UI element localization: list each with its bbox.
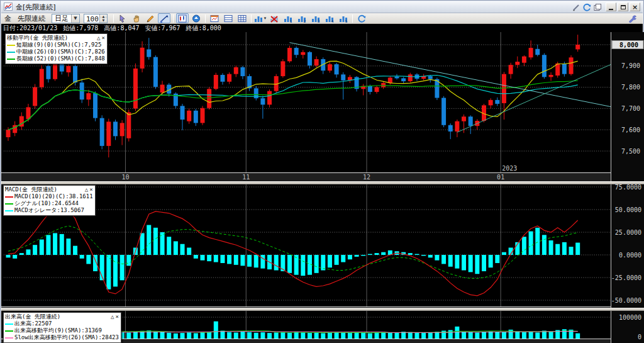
- macd-bar: [40, 240, 44, 255]
- candle-body: [240, 67, 245, 76]
- macd-bar: [361, 255, 365, 256]
- axis-tick-label: 100000: [619, 314, 641, 321]
- candle-body: [187, 111, 191, 121]
- new-chart-pane-icon: [210, 14, 219, 23]
- stepper-down-icon[interactable]: ▼: [100, 18, 107, 23]
- volume-bar: [200, 332, 204, 339]
- contract-label: 先限連続: [18, 14, 45, 23]
- legend-item-label: 長期線(52)(0)(SMA)(C):7,848: [16, 55, 105, 62]
- delete-indicator-button[interactable]: [268, 13, 280, 23]
- layout-1-icon: 1: [284, 14, 292, 23]
- annotate-icon[interactable]: [572, 3, 580, 11]
- volume-bar: [462, 332, 466, 339]
- bars-count-stepper[interactable]: 100 ▲▼: [84, 14, 108, 23]
- candle-body: [328, 64, 332, 70]
- duplicate-window-icon[interactable]: [593, 3, 602, 11]
- volume-bar: [549, 332, 553, 339]
- macd-bar: [575, 243, 580, 255]
- volume-bar: [247, 332, 252, 339]
- macd-bar: [335, 255, 339, 265]
- draw-pencil-icon: [146, 14, 155, 23]
- candle-body: [140, 48, 145, 69]
- timeframe-select[interactable]: 日足 ▼: [52, 14, 80, 23]
- collapse-triangle-icon[interactable]: △: [111, 313, 114, 320]
- macd-bar: [13, 255, 17, 259]
- stepper-arrows[interactable]: ▲▼: [99, 14, 107, 23]
- refresh-data-button[interactable]: [355, 13, 368, 23]
- legend-item-label: 短期線(9)(0)(SMA)(C):7,925: [16, 42, 101, 48]
- macd-bar: [529, 232, 533, 255]
- axis-tick-label: 7,600: [621, 127, 640, 133]
- scroll-to-latest-button[interactable]: [190, 13, 203, 23]
- chevron-down-icon[interactable]: ▼: [71, 14, 79, 23]
- candle-body: [33, 87, 37, 106]
- volume-bar: [240, 332, 245, 339]
- macd-bar: [469, 255, 473, 272]
- candle-body: [542, 55, 547, 77]
- axis-tick-label: -25.0000: [611, 274, 641, 281]
- candle-chart-mode-button[interactable]: [176, 13, 189, 23]
- macd-bar: [187, 247, 191, 255]
- layout-5-icon: 5: [339, 14, 348, 23]
- volume-bar: [355, 332, 359, 339]
- close-x-icon[interactable]: ×: [89, 186, 92, 193]
- candle-body: [6, 130, 11, 137]
- reload-window-icon[interactable]: [582, 3, 591, 11]
- close-x-icon[interactable]: ×: [101, 35, 104, 42]
- toolbar-separator: [173, 14, 174, 23]
- layout-4-button[interactable]: 4: [323, 13, 336, 23]
- grid-cells-button[interactable]: [236, 13, 248, 23]
- volume-bar: [160, 332, 165, 339]
- macd-bar: [495, 255, 499, 263]
- macd-legend: MACD(金 先限連続)△×MACD(10)(20)(C):38.1611シグナ…: [3, 185, 96, 216]
- legend-swatch-icon: [7, 59, 15, 60]
- macd-bar: [428, 255, 433, 257]
- layout-3-button[interactable]: 3: [309, 13, 322, 23]
- minimize-button[interactable]: [606, 3, 616, 11]
- hand-tool-button[interactable]: [130, 13, 143, 23]
- trendline-tool-button[interactable]: [158, 13, 170, 23]
- legend-swatch-icon: [5, 196, 13, 198]
- candle-body: [160, 85, 165, 93]
- macd-bar: [200, 255, 204, 261]
- layout-5-button[interactable]: 5: [337, 13, 350, 23]
- layout-2-button[interactable]: 2: [296, 13, 308, 23]
- layout-4-icon: 4: [325, 14, 334, 23]
- close-button[interactable]: ×: [630, 3, 640, 11]
- maximize-button[interactable]: [618, 3, 628, 11]
- candle-body: [562, 64, 567, 74]
- volume-bar: [194, 333, 198, 339]
- candle-body: [341, 74, 345, 80]
- minimize-icon: [609, 9, 613, 10]
- collapse-triangle-icon[interactable]: △: [85, 186, 88, 193]
- volume-bar: [341, 332, 345, 339]
- select-cursor-button[interactable]: [116, 13, 129, 23]
- volume-bar: [287, 333, 292, 339]
- grid-rows-button[interactable]: [222, 13, 235, 23]
- candle-body: [401, 78, 406, 81]
- axis-tick-label: 50.0000: [615, 206, 641, 213]
- new-chart-pane-button[interactable]: [208, 13, 221, 23]
- settings-wrench-button[interactable]: [626, 13, 639, 23]
- info-open: 始値:7,978: [63, 24, 98, 33]
- chevron-down-icon[interactable]: ▼: [264, 16, 267, 20]
- candle-body: [502, 74, 506, 103]
- macd-bar: [455, 255, 459, 269]
- grid-rows-icon: [224, 14, 233, 23]
- macd-bar: [502, 252, 506, 255]
- bars-count-value: 100: [84, 14, 99, 23]
- legend-item: 出来高移動平均(9)(SMA):31369: [5, 327, 119, 334]
- macd-bar: [301, 255, 305, 276]
- wrench-icon: [628, 14, 637, 23]
- volume-bar: [335, 332, 339, 339]
- close-x-icon[interactable]: ×: [116, 313, 119, 320]
- volume-bar: [274, 332, 279, 339]
- draw-pencil-button[interactable]: [144, 13, 157, 23]
- layout-1-button[interactable]: 1: [282, 13, 294, 23]
- candle-body: [147, 49, 151, 57]
- macd-bar: [207, 255, 211, 261]
- macd-chart-panel[interactable]: 75.000050.000025.00000.0000-25.0000-50.0…: [1, 184, 644, 308]
- candle-body: [214, 75, 218, 89]
- collapse-triangle-icon[interactable]: △: [97, 35, 100, 42]
- chart-type-button[interactable]: ▼: [254, 13, 267, 23]
